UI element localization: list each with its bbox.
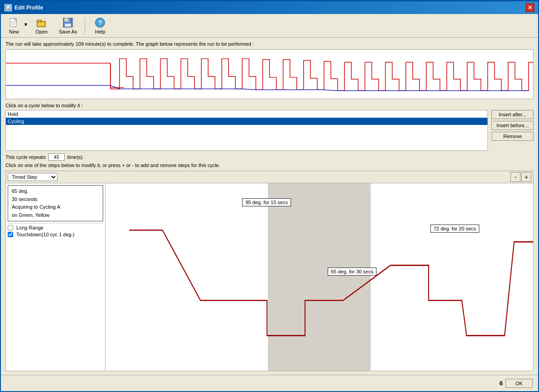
cycle-item-cycling[interactable]: Cycling: [6, 118, 487, 125]
help-label: Help: [95, 29, 105, 34]
step-time: 30 seconds: [12, 196, 99, 204]
content-area: The run will take approximately 109 minu…: [1, 38, 538, 375]
new-dropdown-arrow[interactable]: ▼: [23, 16, 29, 33]
new-icon: [9, 17, 19, 28]
title-bar-left: 📊 Edit Profile: [5, 4, 43, 11]
save-icon: [62, 17, 73, 28]
steps-graph: 95 deg. for 15 secs 65 deg. for 30 secs …: [105, 183, 533, 371]
ok-button[interactable]: OK: [506, 379, 533, 388]
open-label: Open: [36, 29, 48, 34]
repeat-input[interactable]: [48, 153, 65, 161]
touchdown-row: Touchdown(10 cyc 1 deg.): [8, 232, 103, 237]
new-button-group: New ▼: [5, 16, 29, 36]
insert-after-button[interactable]: Insert after...: [491, 110, 534, 119]
bottom-bar: 6 OK: [1, 375, 538, 391]
open-icon: [36, 17, 47, 28]
save-as-label: Save As: [59, 29, 77, 34]
repeat-row: This cycle repeats time(s).: [5, 153, 534, 161]
window-title: Edit Profile: [14, 5, 43, 11]
steps-graph-svg: [105, 183, 533, 371]
steps-controls: - +: [510, 172, 531, 182]
svg-rect-10: [65, 24, 71, 27]
info-text: The run will take approximately 109 minu…: [5, 41, 534, 47]
help-icon: ?: [95, 17, 105, 28]
annotation-6: 6: [500, 380, 503, 387]
annotation-box-95deg: 95 deg. for 15 secs: [242, 198, 291, 206]
window-icon: 📊: [5, 4, 12, 11]
step-type-select[interactable]: Timed Step: [8, 173, 57, 181]
svg-rect-11: [68, 18, 70, 21]
steps-content: 65 deg. 30 seconds Acquiring to Cycling …: [6, 183, 533, 371]
open-icon-svg: [37, 18, 47, 28]
steps-panel: Timed Step - + 65 deg. 30 seconds Acquir…: [5, 171, 534, 371]
long-range-checkbox[interactable]: [8, 225, 13, 230]
save-icon-svg: [63, 18, 73, 28]
toolbar-divider: [85, 18, 85, 34]
step-detail-box: 65 deg. 30 seconds Acquiring to Cycling …: [8, 185, 103, 221]
steps-left: 65 deg. 30 seconds Acquiring to Cycling …: [6, 183, 105, 371]
help-button[interactable]: ? Help: [89, 16, 111, 36]
open-button[interactable]: Open: [30, 16, 53, 36]
step-divider: [8, 223, 103, 224]
remove-step-button[interactable]: -: [510, 172, 520, 182]
annotation-box-65deg: 65 deg. for 30 secs: [328, 268, 377, 276]
add-step-button[interactable]: +: [521, 172, 531, 182]
steps-header: Timed Step - +: [6, 171, 533, 183]
repeat-prefix: This cycle repeats: [5, 154, 46, 160]
cycle-list[interactable]: Hold Cycling: [5, 110, 488, 151]
save-as-button[interactable]: Save As: [55, 16, 81, 36]
instruction-text: Click on one of the steps below to modif…: [5, 163, 534, 168]
bottom-right: 6 OK: [500, 379, 533, 388]
cycle-buttons: Insert after... Insert before... Remove: [491, 110, 534, 151]
step-color: on Green, Yellow: [12, 211, 99, 220]
touchdown-label: Touchdown(10 cyc 1 deg.): [16, 232, 74, 237]
step-temp: 65 deg.: [12, 187, 99, 196]
new-icon-svg: [9, 18, 19, 28]
profile-graph: /* placeholder */: [5, 49, 534, 99]
cycles-panel: Hold Cycling Insert after... Insert befo…: [5, 110, 534, 151]
cycle-item-hold[interactable]: Hold: [6, 110, 487, 118]
long-range-row: Long Range: [8, 225, 103, 230]
touchdown-checkbox[interactable]: [8, 232, 13, 237]
new-label: New: [9, 29, 19, 34]
cycles-label: Click on a cycle below to modify it :: [5, 103, 534, 108]
annotation-box-72deg: 72 deg. for 20 secs: [430, 225, 479, 233]
close-button[interactable]: ✕: [525, 3, 534, 12]
toolbar: New ▼ Open: [1, 14, 538, 38]
remove-button[interactable]: Remove: [491, 132, 534, 141]
profile-graph-svg: /* placeholder */: [6, 50, 533, 99]
step-acquiring: Acquiring to Cycling A: [12, 203, 99, 211]
title-bar: 📊 Edit Profile ✕: [1, 1, 538, 14]
main-window: 📊 Edit Profile ✕ New ▼: [0, 0, 539, 392]
new-button[interactable]: New: [5, 16, 23, 36]
insert-before-button[interactable]: Insert before...: [491, 121, 534, 130]
repeat-suffix: time(s).: [67, 154, 84, 160]
long-range-label: Long Range: [16, 225, 43, 230]
